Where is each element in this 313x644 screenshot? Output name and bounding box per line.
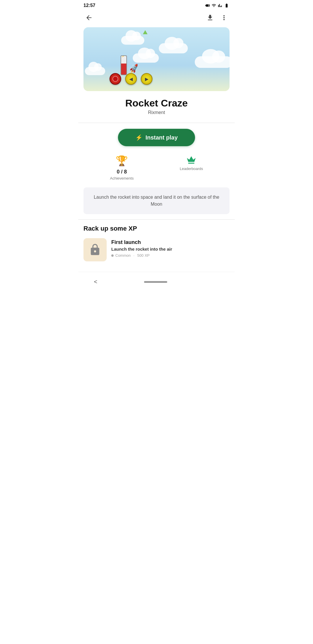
stats-row: 🏆 0 / 8 Achievements Leaderboards [78,152,235,187]
top-nav [78,10,235,27]
achievement-item[interactable]: First launch Launch the rocket into the … [83,238,230,267]
achievement-meta: Common · 500 XP [111,253,230,258]
fuel-bar: ⚡ [121,55,127,75]
instant-play-button[interactable]: ⚡ Instant play [118,129,195,146]
nav-right-actions [205,12,230,23]
achievement-xp: 500 XP [137,253,150,258]
xp-section: Rack up some XP First launch Launch the … [78,225,235,267]
download-button[interactable] [205,12,216,23]
cloud-decoration [195,56,230,68]
status-icons [205,3,230,8]
cloud-decoration [159,43,188,53]
bottom-nav-bar: < [78,272,235,293]
achievement-name: First launch [111,239,230,245]
section-divider [78,219,235,220]
cloud-decoration [133,53,159,63]
wifi-icon [212,3,216,8]
bottom-pill [144,281,167,283]
leaderboards-stat[interactable]: Leaderboards [180,155,203,171]
target-button [110,73,121,85]
rarity-dot [111,254,114,257]
game-screenshot: ⚡ 🚀 ◀ ▶ [83,27,230,91]
game-controls: ◀ ▶ [110,73,152,85]
instant-play-wrapper: ⚡ Instant play [78,128,235,152]
back-button[interactable] [83,12,94,23]
achievements-stat[interactable]: 🏆 0 / 8 Achievements [110,155,134,180]
lightning-icon: ⚡ [135,134,143,141]
title-divider [78,123,235,123]
rocket-sprite: 🚀 [129,63,139,74]
xp-section-title: Rack up some XP [83,225,230,232]
right-control-button: ▶ [141,73,152,85]
left-control-button: ◀ [125,73,137,85]
battery-icon [224,3,230,8]
cloud-decoration [121,36,144,45]
achievement-rarity: Common [115,253,131,258]
achievements-label: Achievements [110,176,134,180]
trophy-icon: 🏆 [116,155,128,167]
signal-icon [218,3,222,8]
more-options-button[interactable] [219,12,230,23]
achievements-value: 0 / 8 [117,169,127,175]
achievement-info: First launch Launch the rocket into the … [111,238,230,258]
leaderboards-label: Leaderboards [180,167,203,171]
app-developer: Rixment [83,110,230,115]
bottom-back-button[interactable]: < [90,277,101,287]
app-name: Rocket Craze [83,97,230,109]
cloud-decoration [85,67,105,75]
green-arrow-indicator [143,30,148,34]
app-title-section: Rocket Craze Rixment [78,91,235,118]
lightning-indicator: ⚡ [121,55,127,57]
achievement-desc: Launch the rocket into the air [111,247,230,252]
description-box: Launch the rocket into space and land it… [83,187,230,214]
status-time: 12:57 [83,3,95,8]
achievement-thumbnail [83,238,107,261]
crown-icon [186,155,196,165]
vibrate-icon [205,3,210,8]
description-text: Launch the rocket into space and land it… [94,195,219,207]
instant-play-label: Instant play [145,134,178,141]
lock-icon [89,243,101,256]
status-bar: 12:57 [78,0,235,10]
